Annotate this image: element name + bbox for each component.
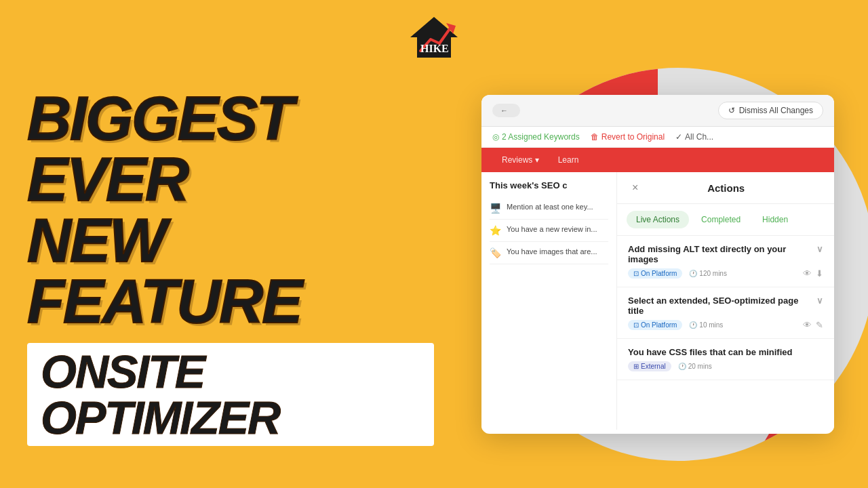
- meta-time-2: 🕐 10 mins: [689, 321, 723, 329]
- browser-navtabs: Reviews ▾ Learn: [481, 148, 834, 172]
- meta-time-1: 🕐 120 mins: [689, 270, 727, 277]
- actions-tabs: Live Actions Completed Hidden: [617, 204, 834, 236]
- actions-panel: × Actions Live Actions Completed Hidden: [617, 172, 834, 430]
- star-icon: ⭐: [490, 225, 501, 236]
- browser-ui: ← ↺ Dismiss All Changes ◎ 2 Assigned Key…: [481, 95, 834, 434]
- actions-title: Actions: [707, 182, 745, 194]
- action-item-1: Add missing ALT text directly on your im…: [617, 236, 834, 287]
- close-button[interactable]: ×: [628, 180, 642, 195]
- headline-line1: BIGGEST EVER: [27, 88, 434, 210]
- monitor-icon: 🖥️: [490, 203, 501, 214]
- action-item-1-title: Add missing ALT text directly on your im…: [628, 244, 816, 264]
- right-area: ← ↺ Dismiss All Changes ◎ 2 Assigned Key…: [454, 54, 868, 461]
- action-item-2: Select an extended, SEO-optimized page t…: [617, 287, 834, 339]
- badge-external-3: ⊞ External: [628, 361, 671, 371]
- seo-task-2: ⭐ You have a new review in...: [490, 220, 608, 242]
- platform-icon-1: ⊡: [633, 270, 639, 277]
- svg-text:HIKE: HIKE: [420, 43, 449, 54]
- expand-icon-2[interactable]: ∨: [816, 296, 823, 306]
- clock-icon-1: 🕐: [689, 270, 697, 277]
- onsite-box: ONSITE OPTIMIZER: [27, 343, 434, 446]
- seo-panel: This week's SEO c 🖥️ Mention at least on…: [481, 172, 617, 430]
- browser-content: This week's SEO c 🖥️ Mention at least on…: [481, 172, 834, 430]
- left-text-area: BIGGEST EVER NEW FEATURE ONSITE OPTIMIZE…: [27, 88, 434, 446]
- headline-line3: ONSITE OPTIMIZER: [41, 346, 279, 443]
- browser-toolbar2: ◎ 2 Assigned Keywords 🗑 Revert to Origin…: [481, 127, 834, 148]
- seo-task-1: 🖥️ Mention at least one key...: [490, 197, 608, 220]
- download-icon-1[interactable]: ⬇: [816, 268, 823, 279]
- dismiss-all-button[interactable]: ↺ Dismiss All Changes: [718, 102, 823, 119]
- action-item-2-title: Select an extended, SEO-optimized page t…: [628, 296, 816, 316]
- revert-to-original-link[interactable]: 🗑 Revert to Original: [591, 132, 665, 142]
- seo-task-3: 🏷️ You have images that are...: [490, 242, 608, 264]
- seo-panel-title: This week's SEO c: [490, 180, 608, 190]
- platform-icon-2: ⊡: [633, 321, 639, 329]
- clock-icon-3: 🕐: [678, 363, 686, 370]
- external-icon-3: ⊞: [633, 363, 639, 370]
- actions-header: × Actions: [617, 172, 834, 204]
- back-button[interactable]: ←: [492, 104, 520, 117]
- eye-icon-1[interactable]: 👁: [803, 268, 812, 279]
- action-item-3: You have CSS files that can be minified …: [617, 339, 834, 380]
- clock-icon-2: 🕐: [689, 321, 697, 329]
- navtab-learn[interactable]: Learn: [549, 150, 589, 170]
- tag-icon: 🏷️: [490, 247, 501, 258]
- edit-icon-2[interactable]: ✎: [816, 320, 823, 330]
- browser-topbar: ← ↺ Dismiss All Changes: [481, 95, 834, 127]
- hike-logo-icon: HIKE: [407, 14, 461, 61]
- logo-area: HIKE: [407, 14, 461, 61]
- tab-live-actions[interactable]: Live Actions: [627, 211, 689, 228]
- action-item-3-title: You have CSS files that can be minified: [628, 347, 792, 357]
- expand-icon-1[interactable]: ∨: [816, 244, 823, 254]
- all-changes-link[interactable]: ✓ All Ch...: [675, 132, 713, 142]
- eye-icon-2[interactable]: 👁: [803, 320, 812, 330]
- tab-completed[interactable]: Completed: [692, 211, 750, 228]
- trash-icon: 🗑: [591, 132, 599, 142]
- badge-platform-2: ⊡ On Platform: [628, 320, 682, 330]
- tab-hidden[interactable]: Hidden: [753, 211, 797, 228]
- navtab-reviews[interactable]: Reviews ▾: [492, 150, 549, 170]
- meta-time-3: 🕐 20 mins: [678, 363, 712, 370]
- refresh-icon: ↺: [728, 106, 735, 115]
- assigned-keywords-link[interactable]: ◎ 2 Assigned Keywords: [492, 132, 580, 142]
- badge-platform-1: ⊡ On Platform: [628, 268, 682, 279]
- headline-line2: NEW FEATURE: [27, 210, 434, 332]
- keyword-icon: ◎: [492, 132, 499, 142]
- check-circle-icon: ✓: [675, 132, 682, 142]
